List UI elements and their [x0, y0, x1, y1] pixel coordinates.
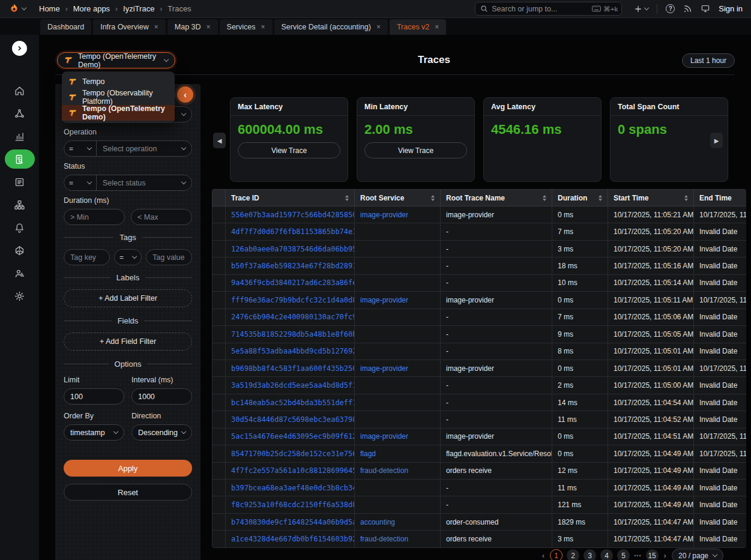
root-service-link[interactable]: fraud-detection [355, 531, 441, 547]
tag-value-input[interactable] [146, 249, 192, 265]
table-row[interactable]: b7430830de9cf16482544a06b9d5a756accounti… [213, 513, 747, 530]
datasource-option-tempo-opentelemetry-demo[interactable]: Tempo (OpenTelemetry Demo) [62, 105, 175, 121]
column-header-root-trace-name[interactable]: Root Trace Name [441, 190, 552, 206]
datasource-option-tempo[interactable]: Tempo [62, 74, 175, 89]
table-row[interactable]: b9698bb8f4c583f1aa600f435b250dc4image-pr… [213, 360, 747, 376]
close-tab-icon[interactable]: × [261, 23, 265, 31]
trace-id-link[interactable]: 4df7f7d0d67f6fb81153865bb74e144 [226, 223, 355, 240]
sidebar-item-plugins[interactable] [5, 241, 35, 260]
trace-id-link[interactable]: b50f37a86eb598234e67f28bd28912c4 [226, 257, 355, 274]
table-row[interactable]: b397bcea68ea3aef48e0dc3b8cb34d33-11 ms10… [213, 480, 747, 496]
trace-id-link[interactable]: 85471700b25dc258de152ce31e75685b [226, 445, 355, 462]
trace-id-link[interactable]: 4f7fc2e557a561a10c881286996452c6 [226, 462, 355, 479]
table-row[interactable]: 30d54c8446d87c5698ebc3ea63798ee8-11 ms10… [213, 411, 747, 428]
search-input[interactable] [492, 5, 588, 13]
trace-id-link[interactable]: 126ab0aee0a70387546d6da06bb954e2 [226, 240, 355, 257]
trace-id-link[interactable]: f8c9253a10f68cdc2150ff6a538d8706 [226, 496, 355, 513]
duration-max-input[interactable] [131, 209, 192, 225]
sidebar-item-topology[interactable] [5, 104, 35, 123]
root-service-link[interactable]: image-provider [355, 360, 441, 376]
trace-id-link[interactable]: 5e5a88f53adbaa4bbd9cd5b127692da3 [226, 343, 355, 360]
page-button-2[interactable]: 2 [567, 549, 579, 560]
close-tab-icon[interactable]: × [376, 23, 381, 31]
trace-id-link[interactable]: 30d54c8446d87c5698ebc3ea63798ee8 [226, 411, 355, 428]
sidebar-item-settings[interactable] [5, 286, 35, 306]
view-trace-button[interactable]: View Trace [238, 142, 340, 158]
collapse-filters-button[interactable]: ‹ [177, 86, 193, 103]
column-header-start-time[interactable]: Start Time [608, 190, 694, 206]
interval-input[interactable] [131, 388, 192, 405]
table-row[interactable]: 85471700b25dc258de152ce31e75685bflagdfla… [213, 445, 747, 462]
breadcrumb-item-iyzitrace[interactable]: IyziTrace [123, 4, 154, 13]
trace-id-link[interactable]: b9698bb8f4c583f1aa600f435b250dc4 [226, 360, 355, 376]
trace-id-link[interactable]: 2476c6b904c2e400980130ac70fc96b2 [226, 309, 355, 325]
trace-id-link[interactable]: b397bcea68ea3aef48e0dc3b8cb34d33 [226, 480, 355, 496]
trace-id-link[interactable]: 5ac15a4676ee4d63095ec9b09f612a10 [226, 428, 355, 445]
new-menu-button[interactable] [634, 5, 648, 13]
trace-id-link[interactable]: 9a436f9cbd3840217ad6c283a86fe464 [226, 274, 355, 291]
page-button-5[interactable]: 5 [617, 549, 630, 560]
column-header-root-service[interactable]: Root Service [355, 190, 441, 206]
operation-operator-select[interactable]: = [64, 141, 97, 156]
table-row[interactable]: 9a436f9cbd3840217ad6c283a86fe464-10 ms10… [213, 274, 747, 291]
close-tab-icon[interactable]: × [435, 23, 439, 31]
search-box[interactable]: ⌘+k [475, 2, 622, 16]
direction-select[interactable]: Descending [131, 424, 192, 441]
trace-id-link[interactable]: a1ce4328d4e667db0bf6154603b9228 [226, 531, 355, 547]
breadcrumb-item-home[interactable]: Home [39, 4, 60, 13]
close-tab-icon[interactable]: × [207, 23, 211, 31]
table-row[interactable]: 714535b81852298db5a48b1e8f60b797-9 ms10/… [213, 326, 747, 343]
trace-id-link[interactable]: bc148eab5ac52bd4bda3b551deff75cc [226, 394, 355, 411]
tab-service-detail-accounting[interactable]: Service Detail (accounting)× [274, 19, 388, 35]
tab-infra-overview[interactable]: Infra Overview× [93, 19, 166, 35]
trace-id-link[interactable]: 3a519d3ab26dcd5eae5aa4bd8d5f17f4 [226, 377, 355, 394]
prev-page-button[interactable]: ‹ [541, 551, 546, 560]
tab-traces-v2[interactable]: Traces v2× [390, 19, 446, 35]
table-row[interactable]: bc148eab5ac52bd4bda3b551deff75cc-14 ms10… [213, 394, 747, 411]
trace-id-link[interactable]: 556e07b3aad15977c566bd4285850f69 [226, 206, 355, 223]
time-range-button[interactable]: Last 1 hour [682, 53, 735, 68]
sidebar-item-home[interactable] [5, 81, 35, 100]
expand-sidebar-button[interactable] [12, 41, 27, 56]
root-service-link[interactable]: fraud-detection [355, 462, 441, 479]
table-row[interactable]: 556e07b3aad15977c566bd4285850f69image-pr… [213, 206, 747, 223]
grafana-menu-chevron-icon[interactable] [22, 5, 26, 10]
table-row[interactable]: b50f37a86eb598234e67f28bd28912c4-18 ms10… [213, 257, 747, 274]
tag-operator-select[interactable]: = [114, 249, 142, 265]
display-button[interactable] [701, 4, 710, 13]
table-row[interactable]: 4f7fc2e557a561a10c881286996452c6fraud-de… [213, 462, 747, 479]
next-page-button[interactable]: › [663, 551, 668, 560]
datasource-option-tempo-observability-platform[interactable]: Tempo (Observability Platform) [62, 89, 175, 105]
news-button[interactable] [683, 4, 692, 13]
trace-id-link[interactable]: 714535b81852298db5a48b1e8f60b797 [226, 326, 355, 343]
table-row[interactable]: fff96e36ac79b9bdcfc32c1d4a0d81c7image-pr… [213, 292, 747, 309]
page-button-4[interactable]: 4 [600, 549, 613, 560]
table-row[interactable]: a1ce4328d4e667db0bf6154603b9228fraud-det… [213, 531, 747, 547]
add-label-filter-button[interactable]: + Add Label Filter [64, 289, 192, 307]
sidebar-item-sitemap[interactable] [5, 195, 35, 214]
reset-button[interactable]: Reset [64, 484, 192, 501]
root-service-link[interactable]: image-provider [355, 206, 441, 223]
tab-services[interactable]: Services× [220, 19, 273, 35]
help-button[interactable]: ? [666, 4, 675, 13]
table-row[interactable]: 5ac15a4676ee4d63095ec9b09f612a10image-pr… [213, 428, 747, 445]
sidebar-item-users[interactable] [5, 263, 35, 283]
breadcrumb-item-traces[interactable]: Traces [167, 4, 191, 13]
sidebar-item-traces[interactable] [5, 149, 35, 169]
order-by-select[interactable]: timestamp [64, 424, 124, 441]
limit-input[interactable] [64, 388, 124, 405]
table-row[interactable]: 5e5a88f53adbaa4bbd9cd5b127692da3-8 ms10/… [213, 343, 747, 360]
close-tab-icon[interactable]: × [154, 23, 158, 31]
table-row[interactable]: 4df7f7d0d67f6fb81153865bb74e144-7 ms10/1… [213, 223, 747, 240]
table-row[interactable]: 2476c6b904c2e400980130ac70fc96b2-7 ms10/… [213, 309, 747, 325]
tab-map-3d[interactable]: Map 3D× [167, 19, 218, 35]
apply-button[interactable]: Apply [64, 460, 192, 477]
operation-select[interactable]: Select operation [97, 141, 192, 156]
table-row[interactable]: f8c9253a10f68cdc2150ff6a538d8706-121 ms1… [213, 496, 747, 513]
page-button-3[interactable]: 3 [584, 549, 596, 560]
page-button-1[interactable]: 1 [550, 549, 562, 560]
carousel-next-button[interactable]: ▶ [710, 133, 723, 148]
status-operator-select[interactable]: = [64, 175, 97, 190]
column-header-trace-id[interactable]: Trace ID [226, 190, 355, 206]
page-button-15[interactable]: 15 [646, 549, 659, 560]
